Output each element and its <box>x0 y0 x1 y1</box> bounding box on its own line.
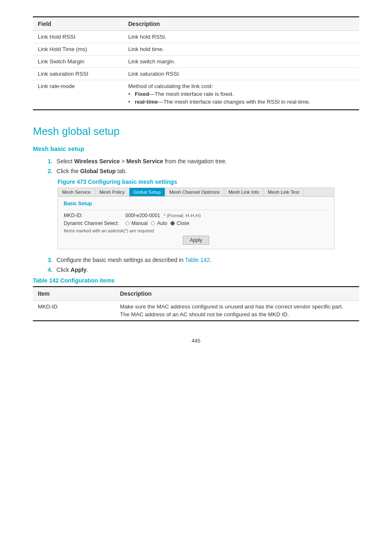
ui-body: Basic Setup MKD-ID: 000f-e200-0001 * (Fo… <box>58 197 334 249</box>
ui-apply-button[interactable]: Apply <box>183 236 209 245</box>
top-table-cell-field: Link saturation RSSI <box>33 68 123 80</box>
ui-divider <box>64 210 328 210</box>
top-table-row: Link Hold Time (ms)Link hold time. <box>33 43 359 56</box>
top-table-cell-field: Link Switch Margin <box>33 56 123 68</box>
top-field-table: Field Description Link Hold RSSILink hol… <box>33 16 359 110</box>
page-number: 445 <box>33 338 359 344</box>
step-2-bold1: Global Setup <box>80 168 115 174</box>
ui-section-label: Basic Setup <box>64 201 328 206</box>
ui-tab[interactable]: Mesh Policy <box>95 188 129 196</box>
top-table-header-field: Field <box>33 17 123 31</box>
ui-tab[interactable]: Mesh Channel Optimize <box>165 188 224 196</box>
ui-mkd-hint: * (Format: H-H-H) <box>164 213 201 218</box>
ui-radio-label[interactable]: Manual <box>125 220 148 226</box>
bottom-table-desc-line: The MAC address of an AC should not be c… <box>120 311 354 317</box>
top-table-row: Link rate-modeMethod of calculating the … <box>33 80 359 110</box>
ui-radio-text: Close <box>177 220 189 226</box>
step-1-mid: > <box>120 158 127 165</box>
ui-mkd-label: MKD-ID: <box>64 213 125 218</box>
ui-radio-text: Auto <box>157 220 167 226</box>
ui-radio-group: ManualAutoClose <box>125 220 189 226</box>
step-3-num: 3. <box>48 257 53 263</box>
step-2-text-after: tab. <box>116 168 127 174</box>
step-3-link[interactable]: Table 142 <box>185 257 210 263</box>
top-table-cell-field: Link Hold Time (ms) <box>33 43 123 56</box>
ui-dynamic-label: Dynamic Channel Select: <box>64 220 125 226</box>
table-caption: Table 142 Configuration items <box>33 277 359 284</box>
bottom-table-desc-line: Make sure the MAC address configured is … <box>120 304 354 310</box>
step-1-text-before: Select <box>57 158 74 165</box>
top-table-cell-description: Link switch margin. <box>123 56 359 68</box>
ui-screenshot: Mesh ServiceMesh PolicyGlobal SetupMesh … <box>58 188 334 249</box>
top-table-cell-field: Link Hold RSSI <box>33 31 123 43</box>
step-4-num: 4. <box>48 266 53 273</box>
ui-note: Items marked with an asterisk(*) are req… <box>64 228 328 233</box>
ui-radio-indicator <box>151 221 155 225</box>
ui-radio-indicator <box>125 221 129 225</box>
ui-tab[interactable]: Mesh Link Test <box>264 188 304 196</box>
top-table-cell-description: Link hold RSSI. <box>123 31 359 43</box>
bottom-table-header-item: Item <box>33 287 115 301</box>
step-4: 4. Click Apply. <box>48 266 359 273</box>
top-table-row: Link saturation RSSILink saturation RSSI… <box>33 68 359 80</box>
step-2: 2. Click the Global Setup tab. <box>48 168 359 174</box>
bottom-table-header-description: Description <box>115 287 359 301</box>
bullet-item: real-time—The mesh interface rate change… <box>128 99 354 105</box>
top-table-cell-field: Link rate-mode <box>33 80 123 110</box>
step-3-text-after: . <box>210 257 212 263</box>
bottom-table-cell-item: MKD-ID <box>33 301 115 321</box>
ui-radio-indicator <box>171 221 175 225</box>
steps-list: 1. Select Wireless Service > Mesh Servic… <box>48 158 359 174</box>
step-3: 3. Configure the basic mesh settings as … <box>48 257 359 263</box>
top-table-cell-description: Link saturation RSSI. <box>123 68 359 80</box>
ui-tab[interactable]: Global Setup <box>129 188 166 196</box>
ui-radio-label[interactable]: Auto <box>151 220 167 226</box>
subsection-title: Mesh basic setup <box>33 145 359 152</box>
ui-tab[interactable]: Mesh Link Info <box>224 188 264 196</box>
step-4-text-before: Click <box>57 266 71 273</box>
top-table-row: Link Switch MarginLink switch margin. <box>33 56 359 68</box>
top-table-row: Link Hold RSSILink hold RSSI. <box>33 31 359 43</box>
step-1-bold2: Mesh Service <box>127 158 164 165</box>
step-1-num: 1. <box>48 158 53 165</box>
step-2-text-before: Click the <box>57 168 81 174</box>
bottom-table-cell-description: Make sure the MAC address configured is … <box>115 301 359 321</box>
ui-radio-text: Manual <box>131 220 148 226</box>
step-4-text-after: . <box>87 266 88 273</box>
ui-mkd-row: MKD-ID: 000f-e200-0001 * (Format: H-H-H) <box>64 213 328 218</box>
section-title: Mesh global setup <box>33 125 359 138</box>
bottom-table-row: MKD-IDMake sure the MAC address configur… <box>33 301 359 321</box>
ui-radio-label[interactable]: Close <box>171 220 189 226</box>
top-table-header-description: Description <box>123 17 359 31</box>
ui-tabs: Mesh ServiceMesh PolicyGlobal SetupMesh … <box>58 188 334 197</box>
ui-mkd-value[interactable]: 000f-e200-0001 <box>125 213 160 218</box>
bullet-item: Fixed—The mesh interface rate is fixed. <box>128 91 354 97</box>
ui-tab[interactable]: Mesh Service <box>58 188 95 196</box>
ui-dynamic-channel-row: Dynamic Channel Select: ManualAutoClose <box>64 220 328 226</box>
step-1: 1. Select Wireless Service > Mesh Servic… <box>48 158 359 165</box>
top-table-cell-description: Method of calculating the link cost:Fixe… <box>123 80 359 110</box>
figure-caption: Figure 473 Configuring basic mesh settin… <box>58 178 359 185</box>
step-4-bold: Apply <box>71 266 87 273</box>
bottom-config-table: Item Description MKD-IDMake sure the MAC… <box>33 286 359 321</box>
step-1-bold1: Wireless Service <box>74 158 120 165</box>
ui-apply-row: Apply <box>64 236 328 245</box>
top-table-cell-description: Link hold time. <box>123 43 359 56</box>
step-1-after: from the navigation tree. <box>163 158 227 165</box>
steps-after-list: 3. Configure the basic mesh settings as … <box>48 257 359 273</box>
step-3-text-before: Configure the basic mesh settings as des… <box>57 257 185 263</box>
step-2-num: 2. <box>48 168 53 174</box>
